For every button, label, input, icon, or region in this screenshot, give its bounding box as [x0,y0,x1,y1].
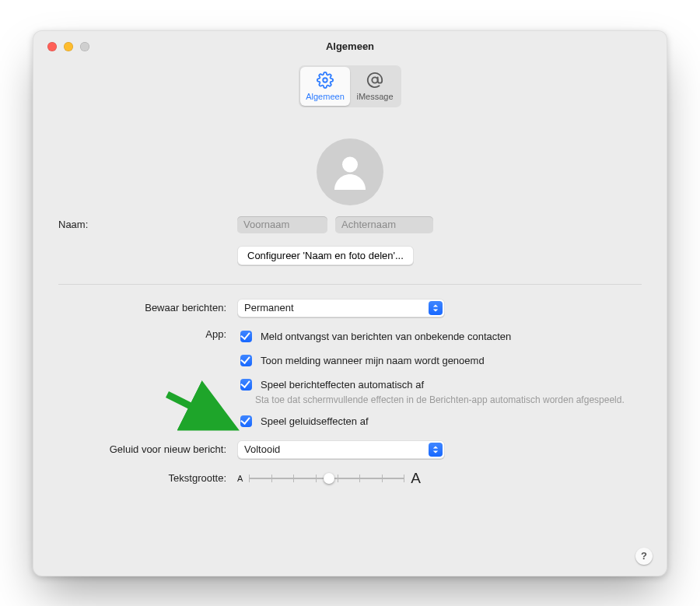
check-notify-unknown-label: Meld ontvangst van berichten van onbeken… [261,331,511,342]
gear-icon [317,72,334,90]
avatar[interactable] [317,138,383,205]
svg-point-1 [372,77,377,82]
keep-messages-label: Bewaar berichten: [58,302,226,314]
section-divider [58,284,642,285]
svg-line-3 [167,394,229,426]
check-auto-effects-sub: Sta toe dat schermvullende effecten in d… [255,394,625,405]
name-label: Naam: [58,219,88,230]
close-window-button[interactable] [47,42,57,51]
window-controls [47,42,89,51]
last-name-input[interactable] [335,216,433,233]
annotation-arrow [163,391,241,440]
first-name-input[interactable] [237,216,327,233]
check-auto-effects[interactable]: Speel berichteffecten automatisch af [237,377,625,393]
chevron-updown-icon [429,443,443,457]
person-icon [327,147,373,196]
textsize-max-icon: A [411,470,421,487]
check-notify-name[interactable]: Toon melding wanneer mijn naam wordt gen… [237,352,485,369]
minimize-window-button[interactable] [64,42,73,51]
window-title: Algemeen [33,31,667,62]
slider-thumb[interactable] [324,473,334,484]
zoom-window-button[interactable] [80,42,89,51]
chevron-updown-icon [429,301,443,315]
check-sound-effects[interactable]: Speel geluidseffecten af [237,413,369,429]
help-button[interactable]: ? [635,548,653,565]
tab-general[interactable]: Algemeen [300,67,350,106]
keep-messages-select[interactable]: Permanent [237,299,445,317]
check-notify-name-box[interactable] [240,355,252,366]
tab-group: Algemeen iMessage [299,65,401,107]
preferences-toolbar: Algemeen iMessage [33,62,667,115]
check-sound-effects-box[interactable] [240,415,252,427]
at-icon [366,72,383,90]
textsize-label: Tekstgrootte: [58,472,226,484]
sound-select[interactable]: Voltooid [237,440,445,459]
textsize-slider[interactable] [249,471,404,486]
check-notify-unknown-box[interactable] [240,331,252,342]
app-label: App: [58,328,226,340]
content-area: Naam: Configureer 'Naam en foto delen'..… [33,115,667,487]
textsize-min-icon: A [237,474,243,483]
sound-label: Geluid voor nieuw bericht: [58,443,226,455]
avatar-container [58,138,642,205]
settings-form: Bewaar berichten: Permanent App: Meld on… [58,299,642,487]
svg-point-2 [342,157,358,173]
check-notify-name-label: Toon melding wanneer mijn naam wordt gen… [261,355,485,366]
tab-imessage-label: iMessage [356,92,393,101]
tab-imessage[interactable]: iMessage [350,67,400,106]
check-auto-effects-label: Speel berichteffecten automatisch af [261,379,424,391]
keep-messages-value: Permanent [244,302,294,314]
share-name-photo-button[interactable]: Configureer 'Naam en foto delen'... [237,246,414,265]
help-icon: ? [641,550,647,562]
check-sound-effects-label: Speel geluidseffecten af [261,415,369,427]
name-form: Naam: Configureer 'Naam en foto delen'..… [58,216,642,265]
svg-point-0 [323,78,327,82]
check-notify-unknown[interactable]: Meld ontvangst van berichten van onbeken… [237,328,511,345]
preferences-window: Algemeen Algemeen iMessage [33,30,667,576]
sound-value: Voltooid [244,443,280,455]
check-auto-effects-box[interactable] [240,379,252,391]
tab-general-label: Algemeen [306,92,345,101]
window-title-text: Algemeen [326,40,374,52]
share-name-photo-label: Configureer 'Naam en foto delen'... [247,250,404,261]
